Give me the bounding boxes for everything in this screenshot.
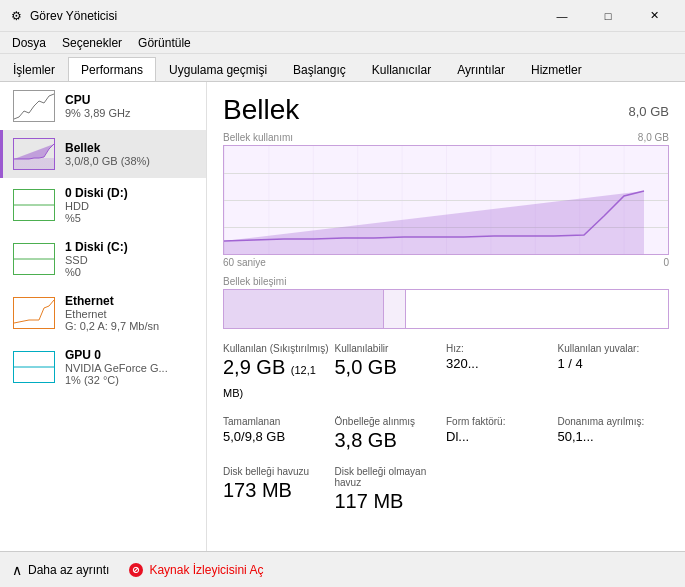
content-area: Bellek 8,0 GB Bellek kullanımı 8,0 GB <box>207 82 685 551</box>
tabbar: İşlemler Performans Uygulama geçmişi Baş… <box>0 54 685 82</box>
disk1-thumb <box>13 243 55 275</box>
stat-nonpaged-label: Disk belleği olmayan havuz <box>335 466 447 488</box>
time-right: 0 <box>663 257 669 268</box>
usage-chart-box <box>223 145 669 255</box>
stat-available: Kullanılabilir 5,0 GB <box>335 339 447 408</box>
stat-used-value: 2,9 GB (12,1 MB) <box>223 356 335 402</box>
main-area: CPU 9% 3,89 GHz Bellek 3,0/8,0 GB (38%) <box>0 82 685 551</box>
usage-chart-label: Bellek kullanımı <box>223 132 293 143</box>
sidebar-item-disk0[interactable]: 0 Diski (D:) HDD %5 <box>0 178 206 232</box>
gpu-info: GPU 0 NVIDIA GeForce G... 1% (32 °C) <box>65 348 196 386</box>
tab-hizmetler[interactable]: Hizmetler <box>518 57 595 81</box>
chevron-up-icon: ∧ <box>12 562 22 578</box>
comp-in-use <box>224 290 384 328</box>
stat-committed-label: Tamamlanan <box>223 416 335 427</box>
memory-thumb <box>13 138 55 170</box>
comp-label: Bellek bileşimi <box>223 276 669 287</box>
disk0-label: 0 Diski (D:) <box>65 186 196 200</box>
stat-hw: Donanıma ayrılmış: 50,1... <box>558 412 670 458</box>
stat-hw-value: 50,1... <box>558 429 670 444</box>
usage-chart-max: 8,0 GB <box>638 132 669 143</box>
stat-form-value: Dl... <box>446 429 558 444</box>
stat-avail-label: Kullanılabilir <box>335 343 447 354</box>
stat-speed-value: 320... <box>446 356 558 371</box>
comp-section: Bellek bileşimi <box>223 276 669 329</box>
disk1-info: 1 Diski (C:) SSD %0 <box>65 240 196 278</box>
menubar: Dosya Seçenekler Görüntüle <box>0 32 685 54</box>
stat-committed: Tamamlanan 5,0/9,8 GB <box>223 412 335 458</box>
content-title: Bellek <box>223 94 299 126</box>
tab-islemler[interactable]: İşlemler <box>0 57 68 81</box>
disk0-type: HDD <box>65 200 196 212</box>
menu-item-dosya[interactable]: Dosya <box>4 34 54 52</box>
memory-detail: 3,0/8,0 GB (38%) <box>65 155 196 167</box>
stat-committed-value: 5,0/9,8 GB <box>223 429 335 444</box>
stat-empty4 <box>558 462 670 519</box>
stat-slots-value: 1 / 4 <box>558 356 670 371</box>
minimize-button[interactable]: — <box>539 0 585 32</box>
stat-cached: Önbelleğe alınmış 3,8 GB <box>335 412 447 458</box>
eth-speed: G: 0,2 A: 9,7 Mb/sn <box>65 320 196 332</box>
menu-item-goruntule[interactable]: Görüntüle <box>130 34 199 52</box>
memory-label: Bellek <box>65 141 196 155</box>
stat-cached-label: Önbelleğe alınmış <box>335 416 447 427</box>
disk1-type: SSD <box>65 254 196 266</box>
app-icon: ⚙ <box>8 8 24 24</box>
resource-monitor-button[interactable]: ⊘ Kaynak İzleyicisini Aç <box>129 563 263 577</box>
stats-row3: Disk belleği havuzu 173 MB Disk belleği … <box>223 462 669 519</box>
sidebar-item-memory[interactable]: Bellek 3,0/8,0 GB (38%) <box>0 130 206 178</box>
eth-label: Ethernet <box>65 294 196 308</box>
comp-modified <box>384 290 406 328</box>
tab-baslangic[interactable]: Başlangıç <box>280 57 359 81</box>
maximize-button[interactable]: □ <box>585 0 631 32</box>
window-controls: — □ ✕ <box>539 0 677 32</box>
sidebar-item-ethernet[interactable]: Ethernet Ethernet G: 0,2 A: 9,7 Mb/sn <box>0 286 206 340</box>
cpu-thumb <box>13 90 55 122</box>
tab-kullanicilar[interactable]: Kullanıcılar <box>359 57 444 81</box>
tab-ayrintilar[interactable]: Ayrıntılar <box>444 57 518 81</box>
tab-uygulama[interactable]: Uygulama geçmişi <box>156 57 280 81</box>
sidebar: CPU 9% 3,89 GHz Bellek 3,0/8,0 GB (38%) <box>0 82 207 551</box>
menu-item-secenekler[interactable]: Seçenekler <box>54 34 130 52</box>
stat-cached-value: 3,8 GB <box>335 429 447 452</box>
content-total: 8,0 GB <box>629 94 669 119</box>
less-detail-button[interactable]: ∧ Daha az ayrıntı <box>12 562 109 578</box>
comp-standby <box>406 290 668 328</box>
resource-monitor-icon: ⊘ <box>129 563 143 577</box>
close-button[interactable]: ✕ <box>631 0 677 32</box>
chart-label-row: Bellek kullanımı 8,0 GB <box>223 132 669 143</box>
gpu-pct: 1% (32 °C) <box>65 374 196 386</box>
stat-empty3 <box>446 462 558 519</box>
stat-avail-value: 5,0 GB <box>335 356 447 379</box>
stat-nonpaged-value: 117 MB <box>335 490 447 513</box>
content-header: Bellek 8,0 GB <box>223 94 669 126</box>
gpu-model: NVIDIA GeForce G... <box>65 362 196 374</box>
cpu-detail: 9% 3,89 GHz <box>65 107 196 119</box>
bottombar: ∧ Daha az ayrıntı ⊘ Kaynak İzleyicisini … <box>0 551 685 587</box>
sidebar-item-gpu[interactable]: GPU 0 NVIDIA GeForce G... 1% (32 °C) <box>0 340 206 394</box>
sidebar-item-cpu[interactable]: CPU 9% 3,89 GHz <box>0 82 206 130</box>
usage-chart-section: Bellek kullanımı 8,0 GB <box>223 132 669 268</box>
stat-nonpaged: Disk belleği olmayan havuz 117 MB <box>335 462 447 519</box>
stat-form-label: Form faktörü: <box>446 416 558 427</box>
memory-info: Bellek 3,0/8,0 GB (38%) <box>65 141 196 167</box>
chart-svg <box>224 146 668 254</box>
stat-paged-label: Disk belleği havuzu <box>223 466 335 477</box>
stat-paged: Disk belleği havuzu 173 MB <box>223 462 335 519</box>
gpu-thumb <box>13 351 55 383</box>
sidebar-item-disk1[interactable]: 1 Diski (C:) SSD %0 <box>0 232 206 286</box>
disk0-info: 0 Diski (D:) HDD %5 <box>65 186 196 224</box>
cpu-info: CPU 9% 3,89 GHz <box>65 93 196 119</box>
disk1-label: 1 Diski (C:) <box>65 240 196 254</box>
time-left: 60 saniye <box>223 257 266 268</box>
stat-speed: Hız: 320... <box>446 339 558 408</box>
disk0-thumb <box>13 189 55 221</box>
stat-used: Kullanılan (Sıkıştırılmış) 2,9 GB (12,1 … <box>223 339 335 408</box>
titlebar: ⚙ Görev Yöneticisi — □ ✕ <box>0 0 685 32</box>
tab-performans[interactable]: Performans <box>68 57 156 81</box>
titlebar-title: Görev Yöneticisi <box>30 9 539 23</box>
gpu-label: GPU 0 <box>65 348 196 362</box>
disk1-pct: %0 <box>65 266 196 278</box>
eth-info: Ethernet Ethernet G: 0,2 A: 9,7 Mb/sn <box>65 294 196 332</box>
stat-paged-value: 173 MB <box>223 479 335 502</box>
